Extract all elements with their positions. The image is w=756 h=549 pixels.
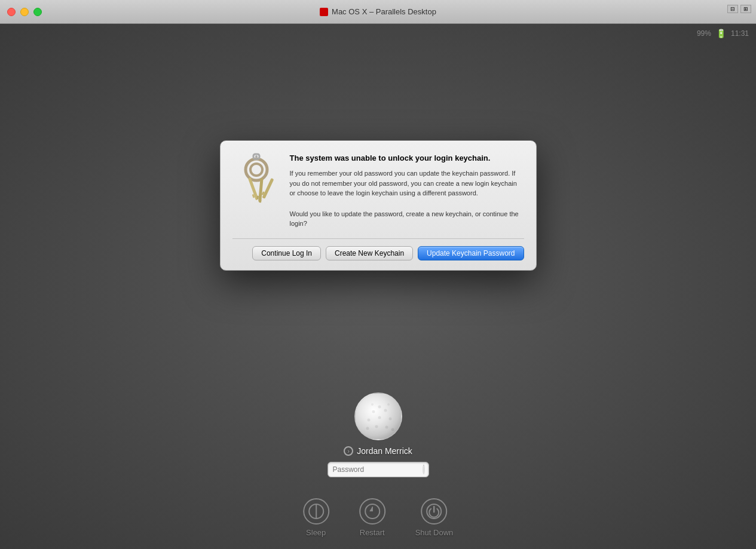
clock: 11:31 — [731, 29, 749, 38]
avatar — [354, 392, 402, 440]
svg-point-25 — [387, 403, 390, 406]
user-name-row: › Jordan Merrick — [344, 446, 412, 456]
dialog-title: The system was unable to unlock your log… — [290, 153, 524, 164]
window-resize-controls[interactable]: ⊟ ⊞ — [727, 5, 751, 13]
update-keychain-button[interactable]: Update Keychain Password — [418, 246, 524, 260]
keychain-icon — [232, 153, 280, 213]
svg-rect-8 — [262, 178, 274, 199]
svg-point-24 — [371, 403, 374, 406]
minimize-button[interactable] — [20, 8, 29, 16]
close-button[interactable] — [7, 8, 16, 16]
svg-point-19 — [375, 425, 378, 428]
keychain-dialog: The system was unable to unlock your log… — [220, 140, 537, 271]
parallels-icon — [320, 8, 328, 16]
svg-rect-6 — [256, 196, 259, 200]
window-buttons[interactable] — [7, 8, 42, 16]
power-icon — [421, 498, 448, 525]
create-keychain-button[interactable]: Create New Keychain — [326, 246, 413, 260]
window-title: Mac OS X – Parallels Desktop — [320, 7, 436, 16]
status-bar: 99% 🔋 11:31 — [697, 29, 749, 38]
maximize-button[interactable] — [33, 8, 42, 16]
dialog-footer: Continue Log In Create New Keychain Upda… — [232, 238, 524, 260]
golf-ball-image — [356, 394, 402, 440]
svg-point-1 — [250, 164, 262, 176]
svg-point-22 — [391, 428, 394, 431]
svg-point-16 — [378, 416, 381, 419]
password-input[interactable] — [333, 465, 423, 474]
svg-point-18 — [388, 418, 391, 421]
password-field[interactable] — [328, 462, 429, 477]
login-section: › Jordan Merrick — [328, 392, 429, 477]
dialog-body-2: Would you like to update the password, c… — [290, 209, 524, 229]
loading-spinner — [423, 465, 425, 474]
svg-point-14 — [372, 410, 375, 413]
restart-button[interactable]: Restart — [359, 498, 385, 537]
user-arrow-icon: › — [344, 446, 353, 456]
dialog-body-1: If you remember your old password you ca… — [290, 168, 524, 198]
svg-point-20 — [385, 426, 388, 429]
battery-percent: 99% — [697, 29, 711, 38]
dialog-header: The system was unable to unlock your log… — [232, 153, 524, 229]
sleep-button[interactable]: Sleep — [303, 498, 329, 537]
svg-point-17 — [367, 419, 370, 422]
svg-point-0 — [246, 159, 267, 180]
restore-icon[interactable]: ⊟ — [727, 5, 738, 13]
battery-icon: 🔋 — [716, 29, 726, 38]
shutdown-button[interactable]: Shut Down — [415, 498, 454, 537]
shutdown-label: Shut Down — [415, 528, 454, 537]
svg-point-21 — [366, 427, 369, 430]
continue-login-button[interactable]: Continue Log In — [252, 246, 321, 260]
svg-point-23 — [378, 406, 381, 409]
main-content: 99% 🔋 11:31 — [0, 24, 756, 549]
restart-icon — [359, 498, 385, 525]
bottom-controls: Sleep Restart Shut D — [303, 498, 454, 537]
fullscreen-icon[interactable]: ⊞ — [740, 5, 751, 13]
svg-point-12 — [255, 155, 258, 158]
sleep-label: Sleep — [306, 528, 326, 537]
svg-rect-7 — [259, 200, 261, 203]
username-label: Jordan Merrick — [357, 446, 412, 456]
dialog-text: The system was unable to unlock your log… — [290, 153, 524, 229]
restart-label: Restart — [360, 528, 385, 537]
title-bar: Mac OS X – Parallels Desktop ⊟ ⊞ — [0, 0, 756, 24]
svg-point-15 — [384, 409, 387, 412]
sleep-icon — [303, 498, 329, 525]
